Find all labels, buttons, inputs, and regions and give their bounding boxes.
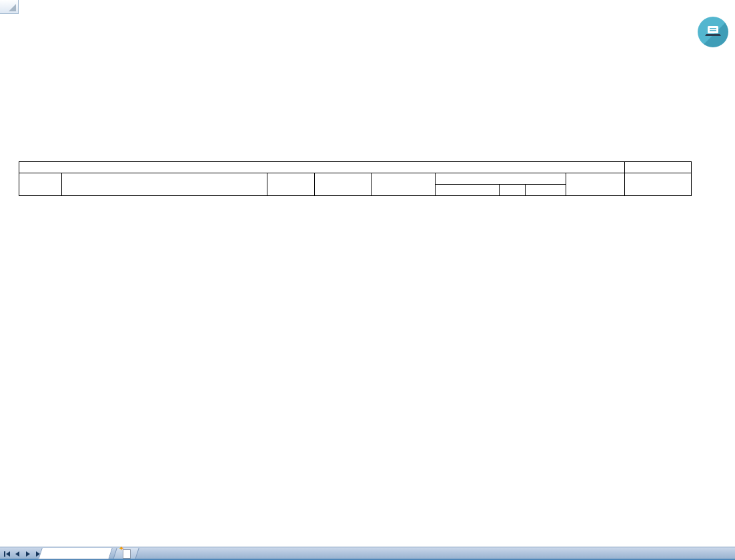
journal-header-expenses[interactable]	[267, 173, 315, 196]
sheet-tab-daily-expenses[interactable]	[40, 548, 111, 559]
journal-header-description[interactable]	[61, 173, 267, 196]
previous-sheet-button[interactable]	[13, 549, 22, 559]
journal-header-nominal[interactable]	[525, 184, 566, 196]
new-sheet-star-icon: ✦	[119, 545, 124, 552]
sheet-nav-buttons	[2, 549, 43, 559]
journal-header-receipt[interactable]	[566, 173, 625, 196]
logo-laptop-icon	[698, 17, 728, 47]
journal-header-money-changer[interactable]	[435, 173, 566, 185]
next-sheet-button[interactable]	[23, 549, 33, 559]
journal-title-cell[interactable]	[19, 161, 625, 173]
insert-worksheet-tab[interactable]: ✦	[115, 548, 137, 559]
excel-window: ✦	[0, 0, 735, 560]
journal-header-date[interactable]	[19, 173, 62, 196]
journal-header-to[interactable]	[435, 184, 500, 196]
select-all-corner[interactable]	[0, 0, 19, 14]
first-sheet-button[interactable]	[2, 549, 11, 559]
journal-header-payment[interactable]	[371, 173, 436, 196]
allbusiness-logo	[692, 17, 734, 70]
journal-header-currency[interactable]	[314, 173, 372, 196]
sheet-tab-bar: ✦	[0, 547, 735, 560]
journal-title-filler-cell[interactable]	[624, 161, 692, 173]
journal-header-rate[interactable]	[499, 184, 526, 196]
select-all-triangle-icon	[9, 4, 16, 11]
journal-header-category[interactable]	[624, 173, 692, 196]
